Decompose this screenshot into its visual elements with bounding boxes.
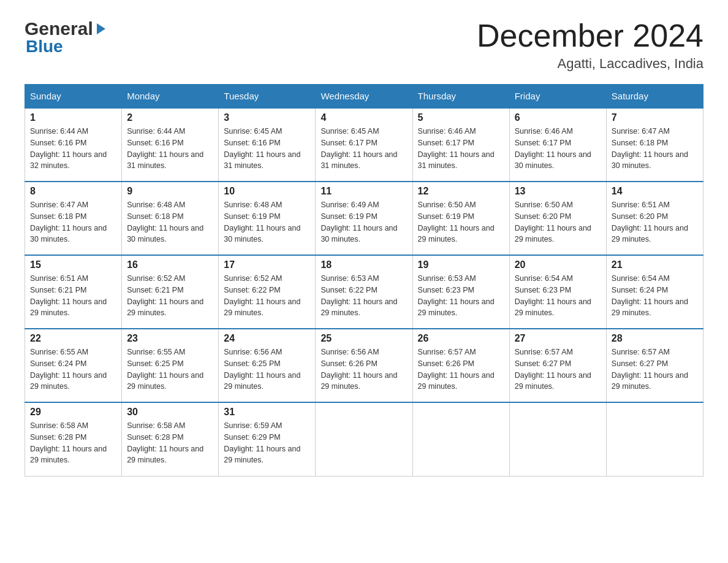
day-cell-16: 16Sunrise: 6:52 AMSunset: 6:21 PMDayligh… (122, 255, 219, 329)
col-friday: Friday (509, 85, 606, 109)
day-number: 3 (224, 112, 310, 123)
day-number: 15 (30, 259, 116, 270)
day-cell-1: 1Sunrise: 6:44 AMSunset: 6:16 PMDaylight… (25, 108, 122, 182)
day-cell-23: 23Sunrise: 6:55 AMSunset: 6:25 PMDayligh… (122, 329, 219, 402)
day-cell-13: 13Sunrise: 6:50 AMSunset: 6:20 PMDayligh… (509, 182, 606, 255)
day-cell-31: 31Sunrise: 6:59 AMSunset: 6:29 PMDayligh… (219, 402, 316, 476)
day-cell-4: 4Sunrise: 6:45 AMSunset: 6:17 PMDaylight… (316, 108, 412, 182)
day-number: 2 (127, 112, 213, 123)
month-title: December 2024 (477, 18, 703, 53)
day-info: Sunrise: 6:50 AMSunset: 6:19 PMDaylight:… (418, 199, 504, 245)
col-thursday: Thursday (412, 85, 509, 109)
day-info: Sunrise: 6:44 AMSunset: 6:16 PMDaylight:… (30, 126, 116, 172)
week-row-3: 15Sunrise: 6:51 AMSunset: 6:21 PMDayligh… (25, 255, 703, 329)
svg-marker-0 (97, 23, 105, 34)
week-row-5: 29Sunrise: 6:58 AMSunset: 6:28 PMDayligh… (25, 402, 703, 476)
day-cell-7: 7Sunrise: 6:47 AMSunset: 6:18 PMDaylight… (606, 108, 703, 182)
day-cell-8: 8Sunrise: 6:47 AMSunset: 6:18 PMDaylight… (25, 182, 122, 255)
day-cell-5: 5Sunrise: 6:46 AMSunset: 6:17 PMDaylight… (412, 108, 509, 182)
day-number: 18 (320, 259, 407, 270)
day-cell-22: 22Sunrise: 6:55 AMSunset: 6:24 PMDayligh… (25, 329, 122, 402)
day-cell-24: 24Sunrise: 6:56 AMSunset: 6:25 PMDayligh… (219, 329, 316, 402)
day-cell-12: 12Sunrise: 6:50 AMSunset: 6:19 PMDayligh… (412, 182, 509, 255)
day-number: 30 (127, 407, 213, 418)
day-cell-14: 14Sunrise: 6:51 AMSunset: 6:20 PMDayligh… (606, 182, 703, 255)
day-info: Sunrise: 6:55 AMSunset: 6:24 PMDaylight:… (30, 347, 116, 393)
logo-arrow-icon (94, 22, 108, 36)
day-info: Sunrise: 6:48 AMSunset: 6:18 PMDaylight:… (127, 199, 213, 245)
col-monday: Monday (122, 85, 219, 109)
col-tuesday: Tuesday (219, 85, 316, 109)
day-cell-15: 15Sunrise: 6:51 AMSunset: 6:21 PMDayligh… (25, 255, 122, 329)
day-cell-6: 6Sunrise: 6:46 AMSunset: 6:17 PMDaylight… (509, 108, 606, 182)
day-number: 12 (418, 186, 504, 197)
day-number: 17 (224, 259, 310, 270)
day-number: 29 (30, 407, 116, 418)
day-cell-10: 10Sunrise: 6:48 AMSunset: 6:19 PMDayligh… (219, 182, 316, 255)
day-cell-2: 2Sunrise: 6:44 AMSunset: 6:16 PMDaylight… (122, 108, 219, 182)
day-cell-18: 18Sunrise: 6:53 AMSunset: 6:22 PMDayligh… (316, 255, 412, 329)
day-cell-11: 11Sunrise: 6:49 AMSunset: 6:19 PMDayligh… (316, 182, 412, 255)
page-header: General Blue December 2024 Agatti, Lacca… (25, 18, 703, 72)
day-number: 10 (224, 186, 310, 197)
location-text: Agatti, Laccadives, India (477, 56, 703, 72)
day-number: 27 (515, 333, 601, 344)
day-number: 11 (320, 186, 407, 197)
day-cell-3: 3Sunrise: 6:45 AMSunset: 6:16 PMDaylight… (219, 108, 316, 182)
day-number: 19 (418, 259, 504, 270)
day-number: 16 (127, 259, 213, 270)
day-cell-19: 19Sunrise: 6:53 AMSunset: 6:23 PMDayligh… (412, 255, 509, 329)
day-cell-9: 9Sunrise: 6:48 AMSunset: 6:18 PMDaylight… (122, 182, 219, 255)
day-cell-30: 30Sunrise: 6:58 AMSunset: 6:28 PMDayligh… (122, 402, 219, 476)
calendar-header-row: Sunday Monday Tuesday Wednesday Thursday… (25, 85, 703, 109)
col-wednesday: Wednesday (316, 85, 412, 109)
day-info: Sunrise: 6:57 AMSunset: 6:27 PMDaylight:… (612, 347, 698, 393)
day-number: 23 (127, 333, 213, 344)
day-number: 8 (30, 186, 116, 197)
day-cell-26: 26Sunrise: 6:57 AMSunset: 6:26 PMDayligh… (412, 329, 509, 402)
day-cell-29: 29Sunrise: 6:58 AMSunset: 6:28 PMDayligh… (25, 402, 122, 476)
day-cell-27: 27Sunrise: 6:57 AMSunset: 6:27 PMDayligh… (509, 329, 606, 402)
day-number: 22 (30, 333, 116, 344)
day-cell-21: 21Sunrise: 6:54 AMSunset: 6:24 PMDayligh… (606, 255, 703, 329)
day-info: Sunrise: 6:57 AMSunset: 6:27 PMDaylight:… (515, 347, 601, 393)
day-info: Sunrise: 6:50 AMSunset: 6:20 PMDaylight:… (515, 199, 601, 245)
day-info: Sunrise: 6:49 AMSunset: 6:19 PMDaylight:… (320, 199, 407, 245)
day-info: Sunrise: 6:51 AMSunset: 6:21 PMDaylight:… (30, 273, 116, 319)
day-number: 9 (127, 186, 213, 197)
week-row-1: 1Sunrise: 6:44 AMSunset: 6:16 PMDaylight… (25, 108, 703, 182)
day-info: Sunrise: 6:58 AMSunset: 6:28 PMDaylight:… (30, 420, 116, 466)
day-number: 25 (320, 333, 407, 344)
day-number: 1 (30, 112, 116, 123)
day-info: Sunrise: 6:53 AMSunset: 6:22 PMDaylight:… (320, 273, 407, 319)
col-saturday: Saturday (606, 85, 703, 109)
day-info: Sunrise: 6:57 AMSunset: 6:26 PMDaylight:… (418, 347, 504, 393)
logo-general-text: General (25, 18, 93, 39)
day-cell-25: 25Sunrise: 6:56 AMSunset: 6:26 PMDayligh… (316, 329, 412, 402)
day-number: 7 (612, 112, 698, 123)
logo: General Blue (25, 18, 108, 56)
logo-blue-text: Blue (26, 37, 63, 56)
day-info: Sunrise: 6:46 AMSunset: 6:17 PMDaylight:… (515, 126, 601, 172)
week-row-4: 22Sunrise: 6:55 AMSunset: 6:24 PMDayligh… (25, 329, 703, 402)
day-info: Sunrise: 6:46 AMSunset: 6:17 PMDaylight:… (418, 126, 504, 172)
day-number: 20 (515, 259, 601, 270)
day-cell-empty (606, 402, 703, 476)
day-number: 5 (418, 112, 504, 123)
week-row-2: 8Sunrise: 6:47 AMSunset: 6:18 PMDaylight… (25, 182, 703, 255)
day-info: Sunrise: 6:58 AMSunset: 6:28 PMDaylight:… (127, 420, 213, 466)
day-cell-28: 28Sunrise: 6:57 AMSunset: 6:27 PMDayligh… (606, 329, 703, 402)
day-cell-empty (412, 402, 509, 476)
day-number: 4 (320, 112, 407, 123)
calendar-table: Sunday Monday Tuesday Wednesday Thursday… (25, 84, 703, 477)
day-info: Sunrise: 6:56 AMSunset: 6:26 PMDaylight:… (320, 347, 407, 393)
day-info: Sunrise: 6:45 AMSunset: 6:16 PMDaylight:… (224, 126, 310, 172)
day-info: Sunrise: 6:44 AMSunset: 6:16 PMDaylight:… (127, 126, 213, 172)
day-info: Sunrise: 6:48 AMSunset: 6:19 PMDaylight:… (224, 199, 310, 245)
day-number: 31 (224, 407, 310, 418)
day-number: 13 (515, 186, 601, 197)
day-number: 26 (418, 333, 504, 344)
day-cell-empty (316, 402, 412, 476)
day-number: 6 (515, 112, 601, 123)
day-number: 28 (612, 333, 698, 344)
